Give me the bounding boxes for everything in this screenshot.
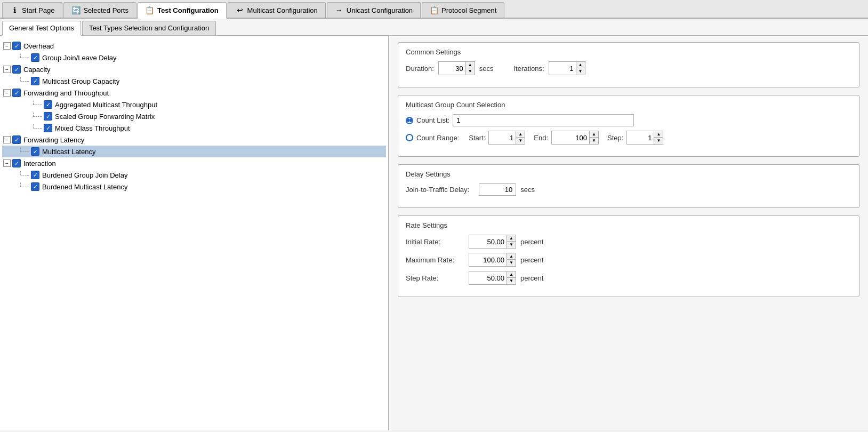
iterations-down-btn[interactable]: ▼: [576, 68, 585, 75]
tree-item-group-join-leave[interactable]: ✓ Group Join/Leave Delay: [2, 52, 386, 63]
connector-burdened-join: [17, 171, 29, 179]
end-spinner-buttons: ▲ ▼: [589, 131, 598, 144]
sub-tab-general-test-options[interactable]: General Test Options: [2, 21, 81, 36]
connector-multicast-capacity: [17, 77, 29, 85]
checkbox-mixed[interactable]: ✓: [44, 124, 52, 132]
count-list-radio[interactable]: [406, 117, 413, 124]
common-settings-group: Common Settings Duration: ▲ ▼ secs Itera…: [398, 42, 859, 87]
tree-item-burdened-join[interactable]: ✓ Burdened Group Join Delay: [2, 169, 386, 181]
sub-tab-types-label: Test Types Selection and Configuration: [89, 24, 209, 32]
collapse-overhead[interactable]: −: [3, 42, 11, 50]
checkbox-multicast-capacity[interactable]: ✓: [31, 77, 39, 85]
start-input[interactable]: [489, 131, 516, 144]
tab-bar: ℹ Start Page 🔄 Selected Ports 📋 Test Con…: [0, 0, 868, 19]
checkbox-scaled[interactable]: ✓: [44, 112, 52, 121]
checkbox-group-join[interactable]: ✓: [31, 53, 39, 62]
sub-tab-test-types[interactable]: Test Types Selection and Configuration: [82, 21, 216, 35]
end-down-btn[interactable]: ▼: [590, 138, 598, 144]
initial-rate-up-btn[interactable]: ▲: [507, 235, 516, 242]
duration-down-btn[interactable]: ▼: [466, 68, 475, 75]
tree-item-overhead[interactable]: − ✓ Overhead: [2, 40, 386, 52]
tab-unicast-configuration[interactable]: → Unicast Configuration: [327, 2, 421, 18]
tree-item-scaled-group[interactable]: ✓ Scaled Group Forwarding Matrix: [2, 110, 386, 122]
duration-label: Duration:: [406, 65, 434, 73]
maximum-rate-down-btn[interactable]: ▼: [507, 260, 516, 266]
iterations-spinner[interactable]: ▲ ▼: [549, 61, 585, 75]
start-down-btn[interactable]: ▼: [516, 138, 525, 144]
tree-item-aggregated[interactable]: ✓ Aggregated Multicast Throughput: [2, 99, 386, 110]
initial-rate-buttons: ▲ ▼: [507, 235, 516, 248]
sub-tab-general-label: General Test Options: [9, 24, 74, 32]
start-up-btn[interactable]: ▲: [516, 131, 525, 138]
checkbox-burdened-join[interactable]: ✓: [31, 171, 39, 179]
initial-rate-spinner[interactable]: ▲ ▼: [469, 235, 516, 249]
maximum-rate-up-btn[interactable]: ▲: [507, 253, 516, 260]
tree-item-multicast-group-capacity[interactable]: ✓ Multicast Group Capacity: [2, 75, 386, 87]
count-list-input[interactable]: [453, 114, 634, 126]
step-range-up-btn[interactable]: ▲: [654, 131, 663, 138]
tree-item-burdened-multicast[interactable]: ✓ Burdened Multicast Latency: [2, 181, 386, 193]
tree-item-multicast-latency[interactable]: ✓ Multicast Latency: [2, 146, 386, 157]
count-list-option[interactable]: Count List:: [406, 114, 851, 126]
initial-rate-input[interactable]: [469, 235, 507, 248]
tree-item-forwarding-latency[interactable]: − ✓ Forwarding Latency: [2, 134, 386, 146]
join-traffic-input[interactable]: [479, 183, 516, 196]
collapse-forwarding[interactable]: −: [3, 89, 11, 97]
tree-item-mixed-class[interactable]: ✓ Mixed Class Throughput: [2, 122, 386, 134]
iterations-input[interactable]: [549, 62, 576, 75]
checkbox-burdened-multicast[interactable]: ✓: [31, 182, 39, 191]
tab-selected-ports[interactable]: 🔄 Selected Ports: [63, 2, 136, 18]
maximum-rate-label: Maximum Rate:: [406, 256, 464, 264]
rate-settings-group: Rate Settings Initial Rate: ▲ ▼ percent …: [398, 215, 859, 297]
connector-burdened-multicast: [17, 183, 29, 190]
end-label: End:: [534, 134, 548, 142]
step-range-input[interactable]: [627, 131, 654, 144]
checkbox-capacity[interactable]: ✓: [12, 65, 21, 74]
checkbox-interaction[interactable]: ✓: [12, 159, 21, 167]
start-spinner[interactable]: ▲ ▼: [488, 131, 525, 145]
collapse-interaction[interactable]: −: [3, 159, 11, 167]
step-rate-spinner[interactable]: ▲ ▼: [469, 271, 516, 285]
duration-spinner-buttons: ▲ ▼: [465, 62, 475, 75]
delay-settings-title: Delay Settings: [406, 170, 851, 178]
maximum-rate-spinner[interactable]: ▲ ▼: [469, 253, 516, 267]
end-input[interactable]: [552, 131, 589, 144]
collapse-capacity[interactable]: −: [3, 66, 11, 73]
tree-item-capacity[interactable]: − ✓ Capacity: [2, 63, 386, 75]
checkbox-aggregated[interactable]: ✓: [44, 100, 52, 109]
checkbox-multicast-latency[interactable]: ✓: [31, 147, 39, 156]
end-up-btn[interactable]: ▲: [590, 131, 598, 138]
step-rate-down-btn[interactable]: ▼: [507, 278, 516, 284]
connector-multicast-latency: [17, 148, 29, 155]
duration-up-btn[interactable]: ▲: [466, 62, 475, 68]
duration-input[interactable]: [439, 62, 465, 75]
tab-test-configuration[interactable]: 📋 Test Configuration: [138, 2, 227, 19]
tab-protocol-segment[interactable]: 📋 Protocol Segment: [422, 2, 504, 18]
tree-label-forwarding: Forwarding and Throughput: [23, 89, 109, 97]
tree-item-forwarding-throughput[interactable]: − ✓ Forwarding and Throughput: [2, 87, 386, 99]
step-range-down-btn[interactable]: ▼: [654, 138, 663, 144]
step-rate-input[interactable]: [469, 271, 507, 284]
tab-start-page[interactable]: ℹ Start Page: [2, 2, 62, 18]
tree-label-capacity: Capacity: [23, 66, 51, 74]
maximum-rate-input[interactable]: [469, 253, 507, 266]
duration-spinner[interactable]: ▲ ▼: [438, 61, 475, 75]
join-traffic-row: Join-to-Traffic Delay: secs: [406, 183, 851, 196]
tree-label-scaled: Scaled Group Forwarding Matrix: [55, 113, 155, 121]
collapse-latency[interactable]: −: [3, 136, 11, 143]
count-range-option[interactable]: Count Range: Start: ▲ ▼ End: ▲ ▼: [406, 131, 851, 145]
step-rate-label: Step Rate:: [406, 274, 464, 282]
iterations-up-btn[interactable]: ▲: [576, 62, 585, 68]
count-range-radio[interactable]: [406, 134, 413, 141]
tab-protocol-segment-label: Protocol Segment: [441, 6, 496, 14]
initial-rate-down-btn[interactable]: ▼: [507, 242, 516, 248]
checkbox-forwarding[interactable]: ✓: [12, 89, 21, 97]
tree-item-interaction[interactable]: − ✓ Interaction: [2, 157, 386, 169]
tab-multicast-configuration[interactable]: ↩ Multicast Configuration: [228, 2, 326, 18]
step-range-spinner[interactable]: ▲ ▼: [626, 131, 663, 145]
connector-scaled: [30, 113, 42, 120]
checkbox-overhead[interactable]: ✓: [12, 42, 21, 50]
end-spinner[interactable]: ▲ ▼: [551, 131, 599, 145]
checkbox-forwarding-latency[interactable]: ✓: [12, 135, 21, 144]
step-rate-up-btn[interactable]: ▲: [507, 271, 516, 278]
